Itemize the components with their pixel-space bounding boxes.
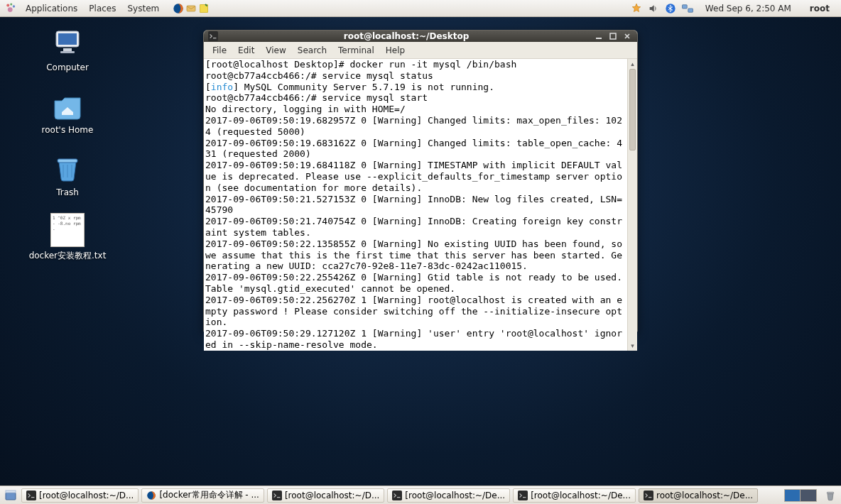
desktop-icon-label: Computer [46, 62, 89, 72]
terminal-scrollbar[interactable]: ▴ ▾ [627, 59, 637, 351]
svg-rect-11 [58, 33, 77, 45]
task-label: [root@localhost:~/D... [39, 491, 134, 500]
bottom-panel: [root@localhost:~/D...[docker常用命令详解 - ..… [0, 486, 841, 504]
svg-rect-13 [60, 51, 75, 53]
panel-trash-icon[interactable] [823, 488, 838, 503]
task-label: [root@localhost:~/D... [285, 491, 379, 500]
svg-rect-26 [827, 492, 833, 493]
home-folder-icon [50, 88, 85, 122]
workspace-switcher[interactable] [784, 489, 817, 502]
menu-file[interactable]: File [207, 42, 232, 59]
notes-icon[interactable] [197, 2, 210, 15]
svg-point-1 [10, 3, 12, 5]
window-titlebar[interactable]: root@localhost:~/Desktop [204, 31, 637, 42]
svg-rect-17 [610, 33, 616, 39]
gnome-foot-icon [4, 2, 17, 15]
scroll-up-icon[interactable]: ▴ [628, 59, 637, 69]
task-label: root@localhost:~/De... [656, 491, 753, 500]
svg-rect-23 [392, 491, 402, 500]
close-button[interactable] [622, 31, 633, 42]
task-label: [root@localhost:~/De... [531, 491, 631, 500]
top-panel: Applications Places System Wed Sep 6, 2:… [0, 0, 841, 17]
terminal-icon [272, 491, 282, 500]
mail-icon[interactable] [185, 2, 197, 15]
svg-rect-19 [6, 491, 16, 493]
taskbar-task[interactable]: [docker常用命令详解 - ... [141, 488, 264, 503]
update-star-icon[interactable] [630, 2, 643, 15]
desktop-icon-label: root's Home [42, 125, 94, 135]
svg-point-0 [6, 4, 9, 6]
taskbar-task[interactable]: root@localhost:~/De... [639, 488, 758, 503]
desktop-icon-label: Trash [56, 187, 79, 197]
svg-rect-8 [682, 4, 687, 8]
menu-system[interactable]: System [121, 0, 165, 17]
svg-point-2 [13, 5, 15, 7]
window-title: root@localhost:~/Desktop [222, 31, 590, 41]
network-icon[interactable] [681, 2, 694, 15]
menu-terminal[interactable]: Terminal [332, 42, 380, 59]
computer-icon [50, 26, 85, 60]
taskbar-task[interactable]: [root@localhost:~/D... [267, 488, 384, 503]
menu-search[interactable]: Search [292, 42, 332, 59]
menu-edit[interactable]: Edit [232, 42, 260, 59]
svg-rect-20 [26, 491, 36, 500]
svg-rect-5 [187, 6, 195, 11]
clock[interactable]: Wed Sep 6, 2:50 AM [698, 4, 798, 13]
text-file-icon: 1 ^0Z x rpm - -8.no rpm - [50, 213, 85, 247]
terminal-window: root@localhost:~/Desktop File Edit View … [203, 30, 638, 332]
desktop-icon-textfile[interactable]: 1 ^0Z x rpm - -8.no rpm - docker安装教程.txt [21, 213, 114, 262]
user-menu[interactable]: root [803, 4, 837, 13]
task-label: [docker常用命令详解 - ... [159, 489, 259, 501]
svg-rect-16 [596, 38, 602, 39]
menu-places[interactable]: Places [83, 0, 121, 17]
svg-rect-24 [518, 491, 528, 500]
svg-rect-9 [688, 9, 693, 12]
terminal-icon [644, 491, 653, 500]
taskbar-task[interactable]: [root@localhost:~/De... [387, 488, 510, 503]
workspace-2[interactable] [801, 490, 816, 501]
terminal-icon [518, 491, 528, 500]
terminal-icon [392, 491, 402, 500]
taskbar-task[interactable]: [root@localhost:~/De... [513, 488, 636, 503]
minimize-button[interactable] [593, 31, 604, 42]
volume-icon[interactable] [647, 2, 660, 15]
terminal-menubar: File Edit View Search Terminal Help [204, 42, 637, 59]
svg-rect-22 [272, 491, 282, 500]
terminal-icon [26, 491, 36, 500]
workspace-1[interactable] [785, 490, 801, 501]
maximize-button[interactable] [607, 31, 619, 42]
firefox-icon[interactable] [172, 2, 185, 15]
task-label: [root@localhost:~/De... [405, 491, 505, 500]
svg-rect-12 [63, 48, 72, 51]
desktop-icon-trash[interactable]: Trash [21, 150, 114, 197]
scrollbar-thumb[interactable] [629, 69, 636, 150]
menu-view[interactable]: View [260, 42, 291, 59]
svg-rect-15 [208, 31, 218, 41]
desktop-icon-label: docker安装教程.txt [29, 250, 107, 262]
bluetooth-icon[interactable] [664, 2, 677, 15]
svg-rect-14 [58, 159, 77, 163]
scroll-down-icon[interactable]: ▾ [628, 341, 637, 351]
terminal-output[interactable]: [root@localhost Desktop]# docker run -it… [204, 59, 627, 351]
desktop-icon-home[interactable]: root's Home [21, 88, 114, 135]
svg-rect-18 [6, 493, 16, 500]
trash-icon [50, 150, 85, 185]
svg-rect-25 [644, 491, 653, 500]
desktop-icon-computer[interactable]: Computer [21, 26, 114, 72]
show-desktop-button[interactable] [3, 488, 18, 503]
menu-help[interactable]: Help [380, 42, 411, 59]
taskbar-task[interactable]: [root@localhost:~/D... [21, 488, 139, 503]
menu-applications[interactable]: Applications [20, 0, 83, 17]
svg-point-3 [8, 7, 13, 12]
terminal-icon [208, 31, 218, 41]
firefox-icon [146, 491, 156, 500]
desktop-icons: Computer root's Home Trash 1 ^0Z x rpm -… [21, 26, 114, 278]
